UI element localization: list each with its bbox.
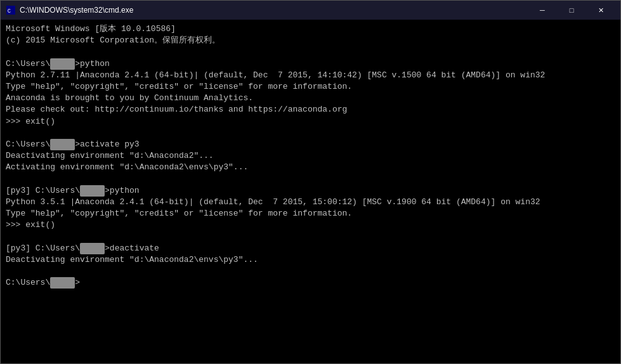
terminal-content: Microsoft Windows [版本 10.0.10586] (c) 20… xyxy=(6,23,615,289)
title-bar: C C:\WINDOWS\system32\cmd.exe ─ □ ✕ xyxy=(1,1,620,20)
cmd-window: C C:\WINDOWS\system32\cmd.exe ─ □ ✕ Micr… xyxy=(0,0,621,364)
window-title: C:\WINDOWS\system32\cmd.exe xyxy=(20,6,528,15)
maximize-button[interactable]: □ xyxy=(557,1,586,20)
window-controls: ─ □ ✕ xyxy=(528,1,615,20)
cmd-icon: C xyxy=(6,5,16,15)
close-button[interactable]: ✕ xyxy=(586,1,615,20)
terminal-output[interactable]: Microsoft Windows [版本 10.0.10586] (c) 20… xyxy=(1,20,620,363)
minimize-button[interactable]: ─ xyxy=(528,1,557,20)
svg-text:C: C xyxy=(8,8,11,15)
